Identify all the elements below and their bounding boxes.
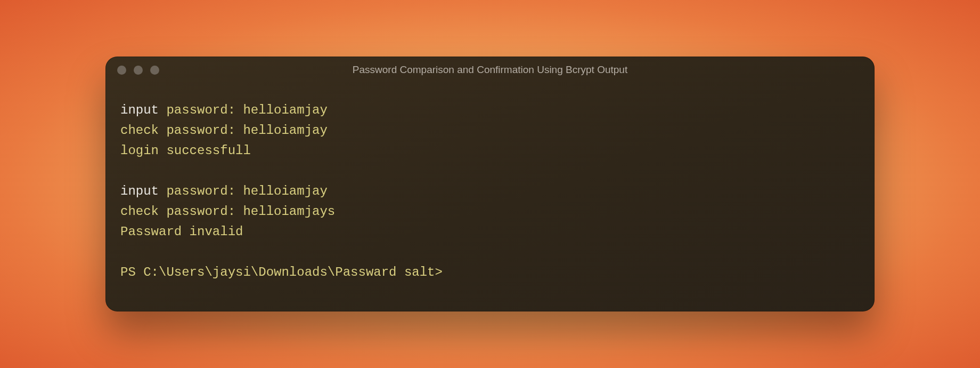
terminal-line: input password: helloiamjay <box>120 181 860 202</box>
terminal-text: check password: helloiamjays <box>120 204 335 219</box>
terminal-line: Passward invalid <box>120 222 860 242</box>
window-title: Password Comparison and Confirmation Usi… <box>105 64 875 76</box>
terminal-text: check password: helloiamjay <box>120 123 328 138</box>
terminal-line: PS C:\Users\jaysi\Downloads\Passward sal… <box>120 262 860 283</box>
blank-line <box>120 161 860 181</box>
terminal-window: Password Comparison and Confirmation Usi… <box>105 57 875 311</box>
terminal-line: check password: helloiamjay <box>120 121 860 141</box>
terminal-text: login successfull <box>120 143 251 158</box>
blank-line <box>120 242 860 262</box>
terminal-text: PS C:\Users\jaysi\Downloads\Passward sal… <box>120 265 443 279</box>
titlebar: Password Comparison and Confirmation Usi… <box>105 57 875 83</box>
terminal-text: input <box>120 103 159 117</box>
terminal-output[interactable]: input password: helloiamjaycheck passwor… <box>105 83 875 311</box>
close-icon[interactable] <box>117 66 126 75</box>
traffic-lights <box>117 66 159 75</box>
terminal-line: input password: helloiamjay <box>120 100 860 121</box>
terminal-text: password: helloiamjay <box>159 103 328 117</box>
terminal-line: login successfull <box>120 141 860 161</box>
minimize-icon[interactable] <box>134 66 143 75</box>
terminal-text: input <box>120 184 159 198</box>
terminal-text: Passward invalid <box>120 225 243 239</box>
terminal-line: check password: helloiamjays <box>120 202 860 222</box>
terminal-text: password: helloiamjay <box>159 184 328 198</box>
maximize-icon[interactable] <box>150 66 159 75</box>
